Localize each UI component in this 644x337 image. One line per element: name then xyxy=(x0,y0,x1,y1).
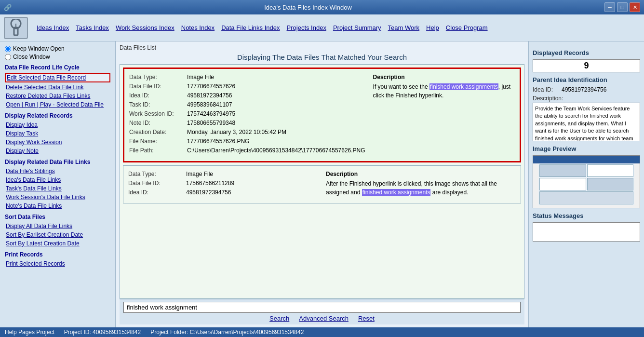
sidebar-link-2-1[interactable]: Idea's Data File Links xyxy=(5,176,110,184)
minimize-button[interactable]: ─ xyxy=(604,2,615,12)
title-bar: 🔗 Idea's Data Files Index Window ─ □ ✕ xyxy=(0,0,644,14)
field-value-0-5: 175806655799348 xyxy=(187,120,235,126)
field-label-0-2: Idea ID: xyxy=(129,92,187,99)
field-row-0-6: Creation Date:Monday, January 3, 2022 10… xyxy=(129,129,365,135)
app-icon: 🔗 xyxy=(4,4,12,11)
field-label-0-0: Data Type: xyxy=(129,74,187,81)
nav-link-tasks-index[interactable]: Tasks Index xyxy=(73,23,112,32)
field-row-1-1: Data File ID:175667566211289 xyxy=(128,180,318,187)
nav-link-project-summary[interactable]: Project Summary xyxy=(330,23,384,32)
field-row-0-8: File Path:C:\Users\Darren\Projects\40095… xyxy=(129,147,365,154)
nav-link-help[interactable]: Help xyxy=(423,23,442,32)
sidebar: Keep Window OpenClose WindowData File Re… xyxy=(0,41,116,327)
field-row-0-3: Task ID:49958396841107 xyxy=(129,101,365,108)
field-value-1-2: 49581972394756 xyxy=(186,189,231,196)
data-record-1[interactable]: Data Type:Image FileData File ID:1756675… xyxy=(123,165,521,203)
sidebar-link-1-0[interactable]: Display Idea xyxy=(5,121,110,129)
nav-link-ideas-index[interactable]: Ideas Index xyxy=(34,23,72,32)
record-description-1: DescriptionAfter the Finished hyperlink … xyxy=(326,171,516,198)
field-row-1-2: Idea ID:49581972394756 xyxy=(128,189,318,196)
image-preview-box xyxy=(533,155,640,208)
right-panel: Displayed Records 9 Parent Idea Identifi… xyxy=(528,41,644,327)
field-label-0-1: Data File ID: xyxy=(129,83,187,90)
field-row-0-1: Data File ID:177706674557626 xyxy=(129,83,365,90)
desc-text-0: If you want to see the finished work ass… xyxy=(373,82,515,100)
search-action-search[interactable]: Search xyxy=(269,315,289,322)
field-row-0-7: File Name:177706674557626.PNG xyxy=(129,138,365,145)
search-input[interactable] xyxy=(123,302,521,313)
sidebar-link-2-4[interactable]: Note's Data File Links xyxy=(5,202,110,210)
sidebar-section-title-3: Sort Data Files xyxy=(5,214,110,220)
radio-option-1[interactable]: Close Window xyxy=(5,54,110,60)
field-value-1-0: Image File xyxy=(186,171,213,177)
field-label-0-3: Task ID: xyxy=(129,101,187,108)
record-fields-1: Data Type:Image FileData File ID:1756675… xyxy=(128,171,318,198)
restore-button[interactable]: □ xyxy=(617,2,628,12)
data-record-0[interactable]: Data Type:Image FileData File ID:1777066… xyxy=(123,67,521,162)
nav-link-projects-index[interactable]: Projects Index xyxy=(284,23,329,32)
search-action-advanced-search[interactable]: Advanced Search xyxy=(299,315,349,322)
nav-link-notes-index[interactable]: Notes Index xyxy=(178,23,217,32)
radio-0[interactable] xyxy=(5,46,11,52)
sidebar-link-0-0[interactable]: Edit Selected Data File Record xyxy=(5,73,110,82)
search-action-reset[interactable]: Reset xyxy=(358,315,375,322)
search-heading: Displaying The Data Files That Matched Y… xyxy=(120,53,524,61)
field-value-0-6: Monday, January 3, 2022 10:05:42 PM xyxy=(187,129,286,135)
description-label: Description: xyxy=(533,95,640,102)
desc-label-1: Description xyxy=(326,171,516,177)
sidebar-section-title-1: Display Related Records xyxy=(5,112,110,119)
field-value-0-4: 175742463794975 xyxy=(187,110,235,117)
radio-option-0[interactable]: Keep Window Open xyxy=(5,45,110,52)
field-row-0-5: Note ID:175806655799348 xyxy=(129,120,365,126)
displayed-records-count: 9 xyxy=(533,59,640,72)
sidebar-link-2-0[interactable]: Data File's Siblings xyxy=(5,167,110,175)
status-bar: Help Pages Project Project ID: 400956931… xyxy=(0,327,644,337)
sidebar-link-1-3[interactable]: Display Note xyxy=(5,147,110,155)
sidebar-link-2-3[interactable]: Work Session's Data File Links xyxy=(5,193,110,201)
search-actions: SearchAdvanced SearchReset xyxy=(123,315,521,322)
sidebar-link-0-2[interactable]: Restore Deleted Data Files Links xyxy=(5,92,110,100)
sidebar-link-3-1[interactable]: Sort By Earliset Creation Date xyxy=(5,231,110,239)
nav-link-data-file-links-index[interactable]: Data File Links Index xyxy=(218,23,282,32)
desc-highlight-1-1: finished work assignments xyxy=(362,189,431,196)
sidebar-link-1-2[interactable]: Display Work Session xyxy=(5,138,110,146)
sidebar-link-4-0[interactable]: Print Selected Records xyxy=(5,260,110,268)
displayed-records-title: Displayed Records xyxy=(533,49,640,56)
nav-link-close-program[interactable]: Close Program xyxy=(443,23,491,32)
sidebar-section-title-0: Data File Record Life Cycle xyxy=(5,64,110,71)
status-messages-box xyxy=(533,222,640,242)
sidebar-link-2-2[interactable]: Task's Data File Links xyxy=(5,185,110,192)
idea-id-value: 49581972394756 xyxy=(562,86,606,93)
records-area[interactable]: Data Type:Image FileData File ID:1777066… xyxy=(120,64,524,299)
sidebar-section-title-2: Display Related Data File Links xyxy=(5,159,110,165)
sidebar-link-3-2[interactable]: Sort By Latest Creation Date xyxy=(5,240,110,247)
nav-link-team-work[interactable]: Team Work xyxy=(385,23,423,32)
radio-1[interactable] xyxy=(5,54,11,60)
window-title: Idea's Data Files Index Window xyxy=(12,4,604,11)
field-row-1-0: Data Type:Image File xyxy=(128,171,318,177)
sidebar-link-1-1[interactable]: Display Task xyxy=(5,130,110,137)
field-value-0-0: Image File xyxy=(187,74,214,81)
field-row-0-0: Data Type:Image File xyxy=(129,74,365,81)
field-row-0-2: Idea ID:49581972394756 xyxy=(129,92,365,99)
preview-block-2 xyxy=(587,164,633,177)
field-label-0-6: Creation Date: xyxy=(129,129,187,135)
sidebar-link-3-0[interactable]: Display All Data File Links xyxy=(5,222,110,230)
field-label-0-4: Work Session ID: xyxy=(129,110,187,117)
sidebar-link-0-3[interactable]: Open | Run | Play - Selected Data File xyxy=(5,101,110,108)
main-container: Ideas IndexTasks IndexWork Sessions Inde… xyxy=(0,14,644,337)
field-row-0-4: Work Session ID:175742463794975 xyxy=(129,110,365,117)
field-value-0-3: 49958396841107 xyxy=(187,101,232,108)
radio-label-0: Keep Window Open xyxy=(13,45,65,52)
sidebar-link-0-1[interactable]: Delete Selected Data File Link xyxy=(5,83,110,91)
preview-block-1 xyxy=(539,164,586,177)
desc-text-1: After the Finished hyperlink is clicked,… xyxy=(326,179,516,197)
parent-idea-title: Parent Idea Identification xyxy=(533,76,640,83)
nav-link-work-sessions-index[interactable]: Work Sessions Index xyxy=(113,23,177,32)
field-label-1-2: Idea ID: xyxy=(128,189,186,196)
field-value-0-2: 49581972394756 xyxy=(187,92,232,99)
close-button[interactable]: ✕ xyxy=(630,2,640,12)
preview-block-3 xyxy=(539,178,586,190)
status-project-id: Project ID: 400956931534842 xyxy=(64,329,141,336)
field-value-0-8: C:\Users\Darren\Projects\400956931534842… xyxy=(187,147,365,154)
